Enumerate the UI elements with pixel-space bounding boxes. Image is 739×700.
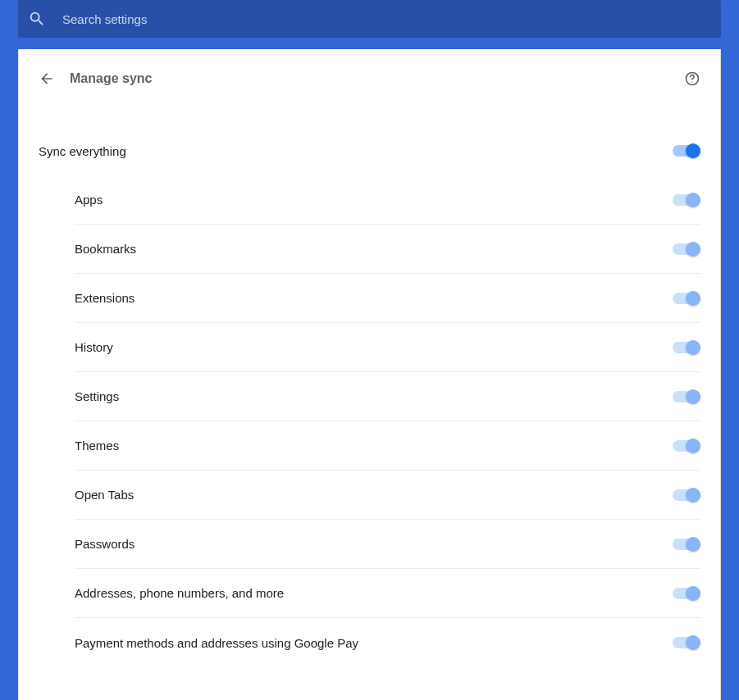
sync-item-row: Extensions: [75, 274, 700, 323]
sync-item-toggle-settings[interactable]: [673, 391, 700, 402]
sync-item-label: Addresses, phone numbers, and more: [75, 586, 284, 600]
sync-item-label: Apps: [75, 193, 103, 207]
page-title: Manage sync: [70, 71, 684, 86]
search-bar[interactable]: [18, 0, 721, 38]
page-header: Manage sync: [39, 70, 700, 87]
sync-item-row: Passwords: [75, 520, 700, 569]
sync-item-row: Open Tabs: [75, 470, 700, 520]
sync-item-toggle-open-tabs[interactable]: [673, 489, 700, 501]
sync-everything-row: Sync everything: [39, 126, 700, 175]
sync-item-row: Themes: [75, 421, 700, 470]
sync-item-toggle-bookmarks[interactable]: [673, 243, 700, 255]
search-icon: [28, 10, 46, 28]
sync-item-toggle-passwords[interactable]: [673, 539, 700, 550]
sync-item-toggle-themes[interactable]: [673, 440, 700, 452]
sync-everything-label: Sync everything: [39, 144, 126, 158]
sync-item-label: Payment methods and addresses using Goog…: [75, 636, 358, 650]
search-input[interactable]: [46, 12, 711, 26]
help-icon[interactable]: [684, 70, 700, 87]
sync-item-row: Bookmarks: [75, 225, 700, 274]
sync-item-row: Addresses, phone numbers, and more: [75, 569, 700, 618]
sync-item-label: Themes: [75, 439, 119, 452]
sync-item-row: Settings: [75, 372, 700, 421]
sync-item-label: History: [75, 340, 113, 354]
sync-item-label: Passwords: [75, 537, 135, 551]
sync-item-row: Payment methods and addresses using Goog…: [75, 618, 700, 667]
sync-item-row: Apps: [75, 175, 700, 225]
content-card: Manage sync Sync everything Apps Bookmar…: [18, 49, 721, 700]
sync-item-toggle-addresses[interactable]: [673, 588, 700, 599]
sync-item-toggle-extensions[interactable]: [673, 293, 700, 304]
sync-item-label: Extensions: [75, 291, 135, 305]
svg-point-1: [691, 82, 692, 83]
sync-item-toggle-payments[interactable]: [673, 637, 700, 648]
sync-item-toggle-apps[interactable]: [673, 194, 700, 206]
back-button[interactable]: [39, 70, 55, 87]
sync-items-list: Apps Bookmarks Extensions History Settin…: [39, 175, 700, 667]
sync-item-label: Bookmarks: [75, 242, 136, 256]
sync-item-row: History: [75, 323, 700, 372]
sync-item-label: Open Tabs: [75, 488, 134, 502]
sync-item-toggle-history[interactable]: [673, 342, 700, 353]
sync-everything-toggle[interactable]: [673, 145, 700, 157]
sync-item-label: Settings: [75, 389, 119, 403]
